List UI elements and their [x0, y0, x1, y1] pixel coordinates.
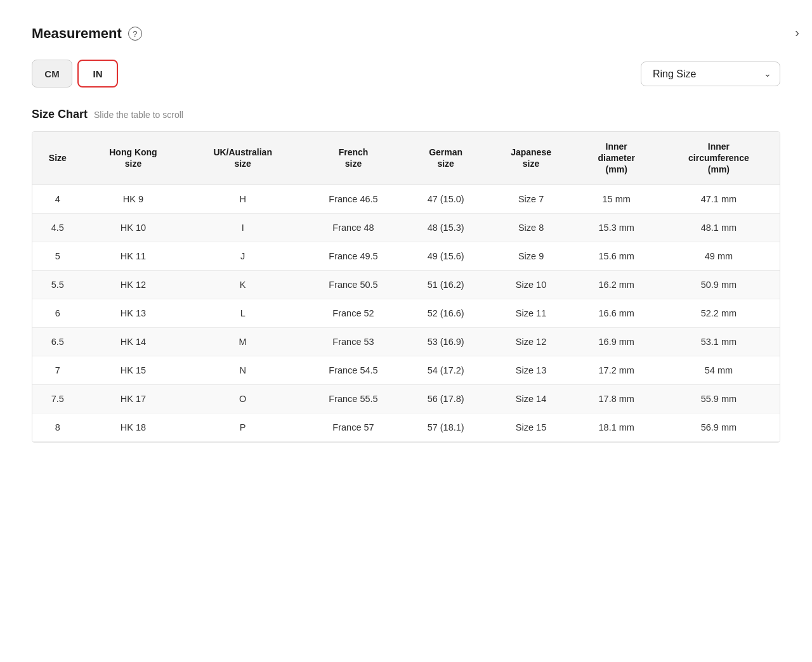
table-cell: 7.5 — [32, 384, 83, 413]
table-cell: N — [183, 356, 302, 384]
table-cell: 48 (15.3) — [405, 213, 487, 242]
help-icon[interactable]: ? — [128, 27, 142, 41]
table-cell: HK 15 — [83, 356, 183, 384]
table-cell: 54 (17.2) — [405, 356, 487, 384]
table-cell: Size 9 — [487, 242, 575, 270]
table-cell: 48.1 mm — [658, 213, 780, 242]
size-chart-table: Size Hong Kongsize UK/Australiansize Fre… — [32, 132, 780, 442]
table-cell: H — [183, 185, 302, 213]
table-cell: 56.9 mm — [658, 413, 780, 441]
size-chart-hint: Slide the table to scroll — [94, 110, 183, 120]
table-cell: 15.6 mm — [575, 242, 658, 270]
table-cell: France 57 — [302, 413, 405, 441]
table-cell: 4.5 — [32, 213, 83, 242]
table-row: 5HK 11JFrance 49.549 (15.6)Size 915.6 mm… — [32, 242, 780, 270]
table-cell: M — [183, 327, 302, 356]
table-row: 6.5HK 14MFrance 5353 (16.9)Size 1216.9 m… — [32, 327, 780, 356]
table-cell: France 48 — [302, 213, 405, 242]
table-cell: 52.2 mm — [658, 299, 780, 327]
table-cell: 6 — [32, 299, 83, 327]
table-cell: 49 mm — [658, 242, 780, 270]
measurement-title: Measurement — [32, 25, 122, 42]
table-row: 4HK 9HFrance 46.547 (15.0)Size 715 mm47.… — [32, 185, 780, 213]
table-cell: Size 11 — [487, 299, 575, 327]
table-cell: 15 mm — [575, 185, 658, 213]
table-cell: 55.9 mm — [658, 384, 780, 413]
cm-button[interactable]: CM — [32, 60, 72, 88]
table-cell: HK 17 — [83, 384, 183, 413]
table-row: 6HK 13LFrance 5252 (16.6)Size 1116.6 mm5… — [32, 299, 780, 327]
table-cell: France 52 — [302, 299, 405, 327]
table-cell: 7 — [32, 356, 83, 384]
size-chart-title: Size Chart — [32, 108, 88, 121]
table-cell: K — [183, 270, 302, 299]
ring-size-dropdown-container: Ring Size Bracelet Size Necklace Size ⌄ — [641, 62, 780, 86]
table-cell: P — [183, 413, 302, 441]
table-cell: 17.2 mm — [575, 356, 658, 384]
table-cell: 16.9 mm — [575, 327, 658, 356]
table-cell: HK 10 — [83, 213, 183, 242]
table-body: 4HK 9HFrance 46.547 (15.0)Size 715 mm47.… — [32, 185, 780, 441]
table-cell: France 55.5 — [302, 384, 405, 413]
table-cell: J — [183, 242, 302, 270]
unit-buttons: CM IN — [32, 60, 118, 88]
table-cell: 50.9 mm — [658, 270, 780, 299]
table-cell: Size 8 — [487, 213, 575, 242]
table-header-row: Size Hong Kongsize UK/Australiansize Fre… — [32, 132, 780, 185]
controls-row: CM IN Ring Size Bracelet Size Necklace S… — [32, 60, 780, 88]
table-cell: Size 13 — [487, 356, 575, 384]
table-cell: 8 — [32, 413, 83, 441]
table-cell: Size 14 — [487, 384, 575, 413]
table-cell: Size 10 — [487, 270, 575, 299]
table-cell: 53.1 mm — [658, 327, 780, 356]
col-header-inner-diameter: Innerdiameter(mm) — [575, 132, 658, 185]
col-header-french-size: Frenchsize — [302, 132, 405, 185]
table-cell: 5.5 — [32, 270, 83, 299]
in-button[interactable]: IN — [77, 60, 118, 88]
table-row: 8HK 18PFrance 5757 (18.1)Size 1518.1 mm5… — [32, 413, 780, 441]
table-cell: France 49.5 — [302, 242, 405, 270]
table-cell: 47 (15.0) — [405, 185, 487, 213]
table-cell: HK 9 — [83, 185, 183, 213]
size-chart-table-wrapper: Size Hong Kongsize UK/Australiansize Fre… — [32, 131, 780, 443]
table-cell: 16.2 mm — [575, 270, 658, 299]
table-cell: 15.3 mm — [575, 213, 658, 242]
table-cell: 53 (16.9) — [405, 327, 487, 356]
table-cell: 54 mm — [658, 356, 780, 384]
table-row: 7HK 15NFrance 54.554 (17.2)Size 1317.2 m… — [32, 356, 780, 384]
table-cell: 4 — [32, 185, 83, 213]
table-cell: 6.5 — [32, 327, 83, 356]
table-cell: 51 (16.2) — [405, 270, 487, 299]
table-cell: L — [183, 299, 302, 327]
table-cell: HK 14 — [83, 327, 183, 356]
table-cell: 17.8 mm — [575, 384, 658, 413]
ring-size-dropdown[interactable]: Ring Size Bracelet Size Necklace Size — [641, 62, 780, 86]
table-cell: O — [183, 384, 302, 413]
table-cell: Size 15 — [487, 413, 575, 441]
col-header-hk-size: Hong Kongsize — [83, 132, 183, 185]
table-cell: HK 11 — [83, 242, 183, 270]
table-cell: France 50.5 — [302, 270, 405, 299]
table-cell: 16.6 mm — [575, 299, 658, 327]
table-row: 4.5HK 10IFrance 4848 (15.3)Size 815.3 mm… — [32, 213, 780, 242]
table-cell: 52 (16.6) — [405, 299, 487, 327]
table-cell: Size 12 — [487, 327, 575, 356]
table-row: 5.5HK 12KFrance 50.551 (16.2)Size 1016.2… — [32, 270, 780, 299]
measurement-header: Measurement ? — [32, 25, 780, 42]
nav-arrow[interactable]: › — [795, 25, 799, 40]
table-row: 7.5HK 17OFrance 55.556 (17.8)Size 1417.8… — [32, 384, 780, 413]
table-cell: 57 (18.1) — [405, 413, 487, 441]
table-cell: 56 (17.8) — [405, 384, 487, 413]
col-header-german-size: Germansize — [405, 132, 487, 185]
table-cell: Size 7 — [487, 185, 575, 213]
table-cell: 47.1 mm — [658, 185, 780, 213]
table-cell: 18.1 mm — [575, 413, 658, 441]
table-cell: I — [183, 213, 302, 242]
table-cell: France 53 — [302, 327, 405, 356]
table-cell: HK 12 — [83, 270, 183, 299]
col-header-japanese-size: Japanesesize — [487, 132, 575, 185]
table-cell: HK 18 — [83, 413, 183, 441]
table-cell: France 54.5 — [302, 356, 405, 384]
size-chart-header: Size Chart Slide the table to scroll — [32, 108, 780, 121]
col-header-uk-size: UK/Australiansize — [183, 132, 302, 185]
